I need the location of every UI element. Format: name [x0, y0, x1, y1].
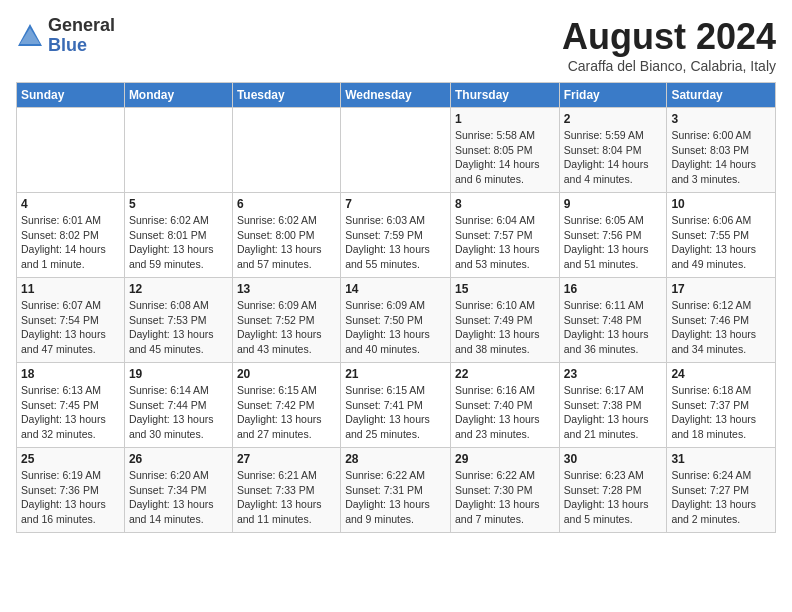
- day-number: 5: [129, 197, 228, 211]
- day-number: 21: [345, 367, 446, 381]
- day-number: 9: [564, 197, 663, 211]
- day-detail: Sunrise: 6:15 AM Sunset: 7:41 PM Dayligh…: [345, 383, 446, 442]
- logo: General Blue: [16, 16, 115, 56]
- day-number: 2: [564, 112, 663, 126]
- day-number: 12: [129, 282, 228, 296]
- calendar-cell: 5Sunrise: 6:02 AM Sunset: 8:01 PM Daylig…: [124, 193, 232, 278]
- day-number: 30: [564, 452, 663, 466]
- calendar-cell: 4Sunrise: 6:01 AM Sunset: 8:02 PM Daylig…: [17, 193, 125, 278]
- day-detail: Sunrise: 6:10 AM Sunset: 7:49 PM Dayligh…: [455, 298, 555, 357]
- calendar-cell: 12Sunrise: 6:08 AM Sunset: 7:53 PM Dayli…: [124, 278, 232, 363]
- day-detail: Sunrise: 6:12 AM Sunset: 7:46 PM Dayligh…: [671, 298, 771, 357]
- weekday-header-friday: Friday: [559, 83, 667, 108]
- calendar-cell: 13Sunrise: 6:09 AM Sunset: 7:52 PM Dayli…: [232, 278, 340, 363]
- day-number: 22: [455, 367, 555, 381]
- day-detail: Sunrise: 6:23 AM Sunset: 7:28 PM Dayligh…: [564, 468, 663, 527]
- weekday-header-monday: Monday: [124, 83, 232, 108]
- month-year: August 2024: [562, 16, 776, 58]
- day-detail: Sunrise: 6:18 AM Sunset: 7:37 PM Dayligh…: [671, 383, 771, 442]
- weekday-header-wednesday: Wednesday: [341, 83, 451, 108]
- day-detail: Sunrise: 5:59 AM Sunset: 8:04 PM Dayligh…: [564, 128, 663, 187]
- day-number: 1: [455, 112, 555, 126]
- day-detail: Sunrise: 6:09 AM Sunset: 7:50 PM Dayligh…: [345, 298, 446, 357]
- calendar-cell: 2Sunrise: 5:59 AM Sunset: 8:04 PM Daylig…: [559, 108, 667, 193]
- day-detail: Sunrise: 6:14 AM Sunset: 7:44 PM Dayligh…: [129, 383, 228, 442]
- weekday-row: SundayMondayTuesdayWednesdayThursdayFrid…: [17, 83, 776, 108]
- day-number: 14: [345, 282, 446, 296]
- day-detail: Sunrise: 6:05 AM Sunset: 7:56 PM Dayligh…: [564, 213, 663, 272]
- week-row-2: 11Sunrise: 6:07 AM Sunset: 7:54 PM Dayli…: [17, 278, 776, 363]
- day-number: 27: [237, 452, 336, 466]
- day-number: 26: [129, 452, 228, 466]
- day-detail: Sunrise: 6:20 AM Sunset: 7:34 PM Dayligh…: [129, 468, 228, 527]
- title-block: August 2024 Caraffa del Bianco, Calabria…: [562, 16, 776, 74]
- day-detail: Sunrise: 6:08 AM Sunset: 7:53 PM Dayligh…: [129, 298, 228, 357]
- calendar-cell: 6Sunrise: 6:02 AM Sunset: 8:00 PM Daylig…: [232, 193, 340, 278]
- day-number: 3: [671, 112, 771, 126]
- calendar-cell: 25Sunrise: 6:19 AM Sunset: 7:36 PM Dayli…: [17, 448, 125, 533]
- day-detail: Sunrise: 6:04 AM Sunset: 7:57 PM Dayligh…: [455, 213, 555, 272]
- day-detail: Sunrise: 6:03 AM Sunset: 7:59 PM Dayligh…: [345, 213, 446, 272]
- day-number: 6: [237, 197, 336, 211]
- calendar-header: SundayMondayTuesdayWednesdayThursdayFrid…: [17, 83, 776, 108]
- calendar-cell: 24Sunrise: 6:18 AM Sunset: 7:37 PM Dayli…: [667, 363, 776, 448]
- day-detail: Sunrise: 6:06 AM Sunset: 7:55 PM Dayligh…: [671, 213, 771, 272]
- day-number: 28: [345, 452, 446, 466]
- calendar-cell: [124, 108, 232, 193]
- calendar-cell: 7Sunrise: 6:03 AM Sunset: 7:59 PM Daylig…: [341, 193, 451, 278]
- day-number: 15: [455, 282, 555, 296]
- weekday-header-sunday: Sunday: [17, 83, 125, 108]
- calendar-cell: 14Sunrise: 6:09 AM Sunset: 7:50 PM Dayli…: [341, 278, 451, 363]
- day-detail: Sunrise: 6:15 AM Sunset: 7:42 PM Dayligh…: [237, 383, 336, 442]
- calendar-cell: 23Sunrise: 6:17 AM Sunset: 7:38 PM Dayli…: [559, 363, 667, 448]
- calendar-cell: 26Sunrise: 6:20 AM Sunset: 7:34 PM Dayli…: [124, 448, 232, 533]
- page-header: General Blue August 2024 Caraffa del Bia…: [16, 16, 776, 74]
- calendar-cell: 9Sunrise: 6:05 AM Sunset: 7:56 PM Daylig…: [559, 193, 667, 278]
- calendar-cell: 18Sunrise: 6:13 AM Sunset: 7:45 PM Dayli…: [17, 363, 125, 448]
- calendar-cell: [17, 108, 125, 193]
- day-detail: Sunrise: 6:24 AM Sunset: 7:27 PM Dayligh…: [671, 468, 771, 527]
- day-detail: Sunrise: 6:11 AM Sunset: 7:48 PM Dayligh…: [564, 298, 663, 357]
- day-number: 4: [21, 197, 120, 211]
- svg-marker-1: [20, 28, 40, 44]
- calendar-cell: 16Sunrise: 6:11 AM Sunset: 7:48 PM Dayli…: [559, 278, 667, 363]
- day-detail: Sunrise: 6:07 AM Sunset: 7:54 PM Dayligh…: [21, 298, 120, 357]
- day-detail: Sunrise: 6:02 AM Sunset: 8:00 PM Dayligh…: [237, 213, 336, 272]
- day-number: 16: [564, 282, 663, 296]
- calendar-cell: 10Sunrise: 6:06 AM Sunset: 7:55 PM Dayli…: [667, 193, 776, 278]
- day-detail: Sunrise: 6:09 AM Sunset: 7:52 PM Dayligh…: [237, 298, 336, 357]
- calendar-cell: 17Sunrise: 6:12 AM Sunset: 7:46 PM Dayli…: [667, 278, 776, 363]
- day-detail: Sunrise: 6:01 AM Sunset: 8:02 PM Dayligh…: [21, 213, 120, 272]
- day-number: 23: [564, 367, 663, 381]
- day-number: 31: [671, 452, 771, 466]
- calendar-cell: 30Sunrise: 6:23 AM Sunset: 7:28 PM Dayli…: [559, 448, 667, 533]
- calendar-cell: [341, 108, 451, 193]
- calendar-table: SundayMondayTuesdayWednesdayThursdayFrid…: [16, 82, 776, 533]
- day-detail: Sunrise: 5:58 AM Sunset: 8:05 PM Dayligh…: [455, 128, 555, 187]
- location: Caraffa del Bianco, Calabria, Italy: [562, 58, 776, 74]
- logo-text: General Blue: [48, 16, 115, 56]
- weekday-header-saturday: Saturday: [667, 83, 776, 108]
- day-number: 17: [671, 282, 771, 296]
- calendar-cell: 19Sunrise: 6:14 AM Sunset: 7:44 PM Dayli…: [124, 363, 232, 448]
- weekday-header-tuesday: Tuesday: [232, 83, 340, 108]
- day-detail: Sunrise: 6:22 AM Sunset: 7:31 PM Dayligh…: [345, 468, 446, 527]
- week-row-1: 4Sunrise: 6:01 AM Sunset: 8:02 PM Daylig…: [17, 193, 776, 278]
- calendar-cell: 15Sunrise: 6:10 AM Sunset: 7:49 PM Dayli…: [450, 278, 559, 363]
- calendar-cell: 20Sunrise: 6:15 AM Sunset: 7:42 PM Dayli…: [232, 363, 340, 448]
- calendar-body: 1Sunrise: 5:58 AM Sunset: 8:05 PM Daylig…: [17, 108, 776, 533]
- day-detail: Sunrise: 6:19 AM Sunset: 7:36 PM Dayligh…: [21, 468, 120, 527]
- day-number: 24: [671, 367, 771, 381]
- calendar-cell: 11Sunrise: 6:07 AM Sunset: 7:54 PM Dayli…: [17, 278, 125, 363]
- calendar-cell: 22Sunrise: 6:16 AM Sunset: 7:40 PM Dayli…: [450, 363, 559, 448]
- calendar-cell: 29Sunrise: 6:22 AM Sunset: 7:30 PM Dayli…: [450, 448, 559, 533]
- week-row-4: 25Sunrise: 6:19 AM Sunset: 7:36 PM Dayli…: [17, 448, 776, 533]
- day-detail: Sunrise: 6:00 AM Sunset: 8:03 PM Dayligh…: [671, 128, 771, 187]
- day-number: 20: [237, 367, 336, 381]
- day-detail: Sunrise: 6:21 AM Sunset: 7:33 PM Dayligh…: [237, 468, 336, 527]
- day-detail: Sunrise: 6:16 AM Sunset: 7:40 PM Dayligh…: [455, 383, 555, 442]
- day-number: 13: [237, 282, 336, 296]
- day-number: 18: [21, 367, 120, 381]
- day-number: 10: [671, 197, 771, 211]
- day-number: 19: [129, 367, 228, 381]
